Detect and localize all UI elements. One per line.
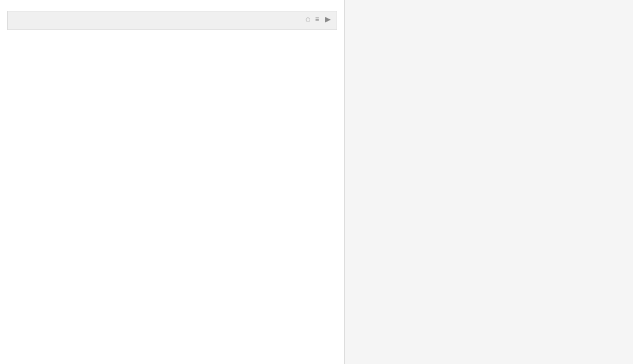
code-block-q4-header: ○ ≡ ▶ [13, 15, 332, 23]
page-container: ○ ≡ ▶ [0, 0, 633, 364]
code-icons: ○ ≡ ▶ [306, 15, 332, 23]
circle-icon: ○ [306, 15, 310, 23]
code-block-q4: ○ ≡ ▶ [7, 11, 337, 30]
left-panel: ○ ≡ ▶ [0, 0, 345, 364]
menu-icon-btn[interactable]: ≡ [314, 15, 320, 23]
run-icon-btn[interactable]: ▶ [324, 15, 332, 23]
